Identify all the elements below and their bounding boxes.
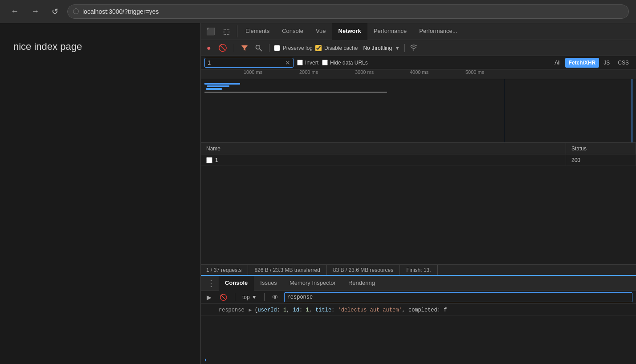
- svg-point-3: [413, 49, 414, 50]
- hide-data-urls-checkbox[interactable]: [322, 60, 328, 65]
- browser-chrome: ← → ↺ ⓘ localhost:3000/?trigger=yes: [0, 0, 636, 23]
- throttle-dropdown-arrow: ▼: [395, 45, 400, 51]
- page-title: nice index page: [13, 41, 82, 53]
- console-messages: response ▶ {userId: 1, id: 1, title: 'de…: [201, 303, 636, 355]
- tick-2000: 2000 ms: [299, 69, 318, 75]
- console-prompt: ›: [201, 355, 636, 364]
- invert-option[interactable]: Invert: [297, 60, 318, 66]
- context-selector[interactable]: top ▼: [241, 293, 259, 301]
- status-finish: Finish: 13.: [400, 265, 437, 275]
- tick-1000: 1000 ms: [244, 69, 262, 75]
- bottom-tab-rendering[interactable]: Rendering: [342, 276, 381, 291]
- svg-line-2: [260, 49, 262, 51]
- preserve-log-label: Preserve log: [283, 45, 313, 51]
- address-bar[interactable]: ⓘ localhost:3000/?trigger=yes: [67, 4, 629, 19]
- bottom-panel: ⋮ Console Issues Memory Inspector Render…: [201, 275, 636, 364]
- toolbar-separator-1: [234, 44, 234, 52]
- devtools-cursor-icon[interactable]: ⬛: [203, 25, 219, 37]
- filter-css-button[interactable]: CSS: [614, 58, 632, 68]
- clear-search-button[interactable]: ✕: [285, 60, 290, 66]
- timeline-gray-line: [204, 92, 387, 93]
- toolbar-separator-2: [269, 44, 269, 52]
- console-separator: [235, 293, 235, 301]
- bottom-tab-console[interactable]: Console: [219, 276, 254, 291]
- console-log-line: response ▶ {userId: 1, id: 1, title: 'de…: [201, 305, 636, 316]
- console-prompt-arrow: ›: [204, 356, 207, 363]
- invert-checkbox[interactable]: [297, 60, 303, 65]
- search-button[interactable]: [253, 43, 265, 53]
- bottom-tab-memory-inspector[interactable]: Memory Inspector: [283, 276, 342, 291]
- console-eye-button[interactable]: 👁: [270, 293, 281, 302]
- console-toolbar: ▶ 🚫 top ▼ 👁: [201, 291, 636, 303]
- invert-label: Invert: [305, 60, 318, 66]
- console-search-input[interactable]: [287, 294, 629, 300]
- status-transferred: 826 B / 23.3 MB transferred: [248, 265, 326, 275]
- url-text: localhost:3000/?trigger=yes: [82, 8, 159, 15]
- status-requests: 1 / 37 requests: [206, 265, 248, 275]
- timeline-blue-cursor: [632, 79, 632, 142]
- record-button[interactable]: ●: [204, 43, 213, 53]
- console-key-userid: userId: [257, 307, 277, 313]
- disable-cache-checkbox[interactable]: [315, 45, 322, 51]
- tab-network[interactable]: Network: [332, 23, 367, 40]
- context-dropdown-arrow: ▼: [252, 294, 257, 300]
- tab-vue[interactable]: Vue: [310, 23, 332, 40]
- filter-js-button[interactable]: JS: [600, 58, 613, 68]
- table-row[interactable]: 1 200: [201, 154, 636, 166]
- console-key-title: title: [315, 307, 331, 313]
- waterfall-bars: [204, 79, 240, 91]
- back-button[interactable]: ←: [7, 5, 22, 18]
- info-icon: ⓘ: [73, 8, 79, 16]
- th-status: Status: [566, 143, 636, 154]
- devtools-dock-icon[interactable]: ⬚: [220, 25, 233, 37]
- search-input-wrapper[interactable]: ✕: [204, 58, 294, 68]
- status-bar: 1 / 37 requests 826 B / 23.3 MB transfer…: [201, 264, 636, 275]
- console-val-1: 1: [283, 307, 286, 313]
- console-run-button[interactable]: ▶: [204, 293, 214, 302]
- console-clear-button[interactable]: 🚫: [217, 293, 229, 302]
- tick-4000: 4000 ms: [410, 69, 428, 75]
- filter-fetch-xhr-button[interactable]: Fetch/XHR: [565, 58, 599, 68]
- search-input[interactable]: [208, 59, 283, 66]
- console-key-id: id: [293, 307, 299, 313]
- console-val-id: 1: [306, 307, 309, 313]
- timeline-body: [201, 79, 636, 142]
- main-layout: nice index page ⬛ ⬚ Elements Console Vue…: [0, 23, 636, 364]
- bottom-tabs-more-button[interactable]: ⋮: [204, 278, 219, 289]
- devtools-tabs-left: ⬛ ⬚: [203, 25, 237, 37]
- filter-button[interactable]: [239, 43, 250, 53]
- no-throttling-label: No throttling: [363, 45, 392, 51]
- console-log-label: response: [219, 306, 245, 315]
- timeline-ruler-inner: 1000 ms 2000 ms 3000 ms 4000 ms 5000 ms: [204, 69, 632, 79]
- network-table: Name Status 1 200: [201, 143, 636, 264]
- tick-5000: 5000 ms: [465, 69, 484, 75]
- tab-performance[interactable]: Performance: [367, 23, 413, 40]
- tab-console[interactable]: Console: [276, 23, 310, 40]
- console-input-wrapper[interactable]: [284, 292, 632, 302]
- td-name: 1: [201, 154, 566, 166]
- reload-button[interactable]: ↺: [48, 5, 62, 18]
- hide-data-urls-label: Hide data URLs: [330, 60, 368, 66]
- console-val-title: 'delectus aut autem': [338, 307, 402, 313]
- preserve-log-group[interactable]: Preserve log: [274, 45, 313, 51]
- console-log-arrow: ▶: [249, 307, 252, 315]
- bottom-tab-issues[interactable]: Issues: [254, 276, 283, 291]
- row-checkbox[interactable]: [206, 157, 212, 163]
- timeline-container: 1000 ms 2000 ms 3000 ms 4000 ms 5000 ms: [201, 69, 636, 143]
- filter-all-button[interactable]: All: [551, 58, 564, 68]
- th-name: Name: [201, 143, 566, 154]
- table-body: 1 200: [201, 154, 636, 264]
- console-separator-2: [264, 293, 265, 301]
- forward-button[interactable]: →: [28, 5, 43, 18]
- row-name: 1: [215, 157, 218, 163]
- clear-button[interactable]: 🚫: [216, 42, 229, 53]
- timeline-ruler: 1000 ms 2000 ms 3000 ms 4000 ms 5000 ms: [201, 69, 636, 79]
- hide-data-urls-option[interactable]: Hide data URLs: [322, 60, 368, 66]
- devtools-tabs: ⬛ ⬚ Elements Console Vue Network Perform…: [201, 23, 636, 40]
- preserve-log-checkbox[interactable]: [274, 45, 280, 51]
- tab-performance2[interactable]: Performance...: [413, 23, 463, 40]
- disable-cache-group[interactable]: Disable cache: [315, 45, 358, 51]
- td-status: 200: [566, 154, 636, 166]
- devtools-panel: ⬛ ⬚ Elements Console Vue Network Perform…: [200, 23, 636, 364]
- tab-elements[interactable]: Elements: [239, 23, 276, 40]
